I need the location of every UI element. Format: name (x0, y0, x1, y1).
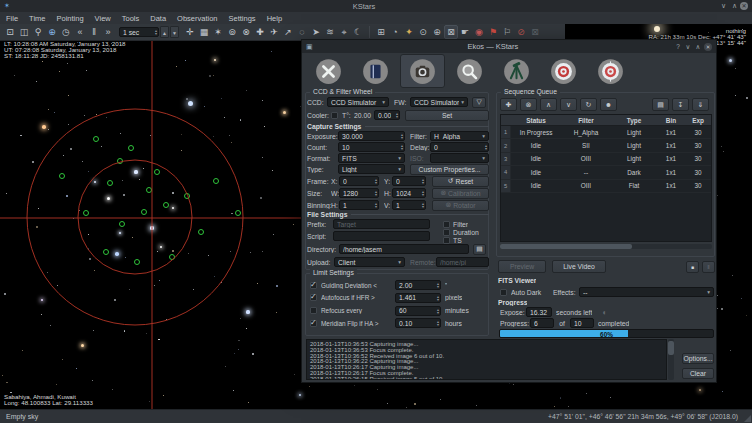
fw-select[interactable]: CCD Simulator (410, 97, 468, 107)
dialog-minimize-button[interactable]: ∨ (683, 43, 693, 51)
menu-data[interactable]: Data (150, 14, 166, 23)
zoom-fit-icon[interactable]: ⊡ (3, 25, 17, 39)
minimize-button[interactable]: ∨ (718, 2, 729, 10)
show-deep-sky-icon[interactable]: ⊗ (239, 25, 253, 39)
horizon-icon[interactable]: ◔ (388, 25, 402, 39)
queue-row[interactable]: 3IdleOIIILight1x130 (501, 153, 711, 166)
exposure-input[interactable]: 30.000 (338, 131, 405, 141)
queue-column-bin[interactable]: Bin (657, 115, 685, 125)
whats-interesting-icon[interactable]: ✦ (402, 25, 416, 39)
tab-capture[interactable] (400, 54, 445, 88)
menu-time[interactable]: Time (29, 14, 45, 23)
pointing-mode-icon[interactable]: ✛ (183, 25, 197, 39)
dialog-help-button[interactable]: ? (673, 43, 683, 50)
time-step-up-icon[interactable]: ▲ (160, 26, 169, 38)
set-geolocation-icon[interactable]: ⊕ (45, 25, 59, 39)
remove-job-icon[interactable]: ⊗ (520, 98, 537, 111)
tab-setup[interactable] (306, 54, 351, 88)
capture-sky-icon[interactable]: ◫ (17, 25, 31, 39)
limit-value-input[interactable]: 2.00 (395, 280, 441, 290)
lock-disabled-icon[interactable]: ⊠ (528, 25, 542, 39)
show-satellites-icon[interactable]: ✈ (267, 25, 281, 39)
limit-value-input[interactable]: 1.461 (395, 293, 441, 303)
prefix-input[interactable]: Target (333, 219, 430, 229)
find-object-icon[interactable]: ⚲ (31, 25, 45, 39)
sky-image-icon[interactable]: ▦ (197, 25, 211, 39)
queue-row[interactable]: 1In ProgressH_AlphaLight1x130 (501, 126, 711, 139)
queue-column-filter[interactable]: Filter (561, 115, 611, 125)
delay-input[interactable]: 0 (430, 142, 489, 152)
show-stars-icon[interactable]: ✶ (211, 25, 225, 39)
limit-checkbox[interactable] (310, 320, 317, 327)
options-button[interactable]: Options... (682, 353, 714, 364)
set-temperature-button[interactable]: Set (405, 110, 489, 121)
move-job-up-icon[interactable]: ∧ (540, 98, 557, 111)
observer-icon[interactable]: ☻ (600, 98, 617, 111)
tab-align[interactable] (541, 54, 586, 88)
queue-hscrollbar[interactable] (500, 244, 712, 249)
limit-value-input[interactable]: 0.10 (395, 318, 441, 328)
reset-frame-button[interactable]: ↺Reset (432, 176, 489, 187)
milky-way-icon[interactable]: ≋ (323, 25, 337, 39)
queue-row[interactable]: 2IdleSIILight1x130 (501, 139, 711, 152)
effects-select[interactable]: -- (579, 287, 714, 297)
upload-select[interactable]: Client (334, 257, 405, 267)
menu-view[interactable]: View (95, 14, 111, 23)
menu-pointing[interactable]: Pointing (56, 14, 83, 23)
telescope-target-icon[interactable]: ⌖ (337, 25, 351, 39)
tab-scheduler[interactable] (353, 54, 398, 88)
size-h-input[interactable]: 1024 (392, 188, 426, 198)
show-solar-system-icon[interactable]: ⊚ (225, 25, 239, 39)
set-time-icon[interactable]: ◷ (59, 25, 73, 39)
script-input[interactable] (333, 231, 430, 241)
coordinate-grid-icon[interactable]: ⊞ (374, 25, 388, 39)
constellation-lines-icon[interactable]: ➤ (309, 25, 323, 39)
dialog-close-button[interactable]: ✕ (704, 43, 712, 51)
clear-button[interactable]: Clear (682, 368, 714, 379)
dialog-titlebar[interactable]: ▣ Ekos — KStars ? ∨ ∧ ✕ (302, 40, 716, 53)
format-select[interactable]: FITS (338, 153, 405, 163)
time-step-input[interactable]: 1 sec (119, 27, 159, 37)
ccd-select[interactable]: CCD Simulator (327, 97, 389, 107)
binning-h-input[interactable]: 1 (339, 200, 379, 210)
limit-checkbox[interactable] (310, 294, 317, 301)
telescope-crosshair-icon[interactable]: ⊕ (430, 25, 444, 39)
dialog-maximize-button[interactable]: ∧ (693, 43, 703, 51)
frame-x-input[interactable]: 0 (339, 176, 379, 186)
limit-checkbox[interactable] (310, 282, 317, 289)
queue-column-exp[interactable]: Exp (685, 115, 711, 125)
resize-grip[interactable] (744, 415, 751, 422)
cooler-checkbox[interactable] (331, 112, 338, 119)
tab-mount[interactable] (494, 54, 539, 88)
tab-guide[interactable] (588, 54, 633, 88)
queue-row[interactable]: 4Idle--Dark1x130 (501, 166, 711, 179)
fov-symbol-icon[interactable]: ✚ (253, 25, 267, 39)
show-comets-icon[interactable]: ↗ (281, 25, 295, 39)
stop-sequence-button[interactable]: ■ (686, 261, 699, 273)
menu-observation[interactable]: Observation (177, 14, 217, 23)
queue-row[interactable]: 5IdleOIIIFlat1x130 (501, 180, 711, 193)
save-sequence-icon[interactable]: ↧ (672, 98, 689, 111)
queue-corner[interactable] (501, 115, 511, 125)
log-view[interactable]: 2018-01-13T10:36:53 Capturing image...20… (306, 339, 667, 380)
directory-input[interactable]: /home/jasem (339, 244, 469, 254)
eyepiece-view-icon[interactable]: ⊙ (416, 25, 430, 39)
menu-settings[interactable]: Settings (229, 14, 256, 23)
time-step-widget[interactable]: 1 sec ▲ ▼ (119, 26, 179, 38)
size-w-input[interactable]: 1280 (339, 188, 379, 198)
filter-select[interactable]: H_Alpha (430, 131, 489, 141)
moon-phase-icon[interactable]: ☾ (351, 25, 365, 39)
binning-v-input[interactable]: 1 (392, 200, 426, 210)
toggle-clock-icon[interactable]: ‖ (87, 25, 101, 39)
log-vscrollbar[interactable] (668, 339, 674, 380)
add-job-icon[interactable]: ✚ (500, 98, 517, 111)
add-flag-icon[interactable]: ⚐ (500, 25, 514, 39)
browse-directory-button[interactable]: ▤ (473, 244, 486, 255)
menu-help[interactable]: Help (267, 14, 282, 23)
auto-dark-checkbox[interactable] (500, 289, 507, 296)
constellation-art-icon[interactable]: ◌ (295, 25, 309, 39)
close-button[interactable]: ✕ (740, 2, 748, 10)
reset-jobs-icon[interactable]: ↻ (580, 98, 597, 111)
time-step-down-icon[interactable]: ▼ (170, 26, 179, 38)
type-select[interactable]: Light (338, 164, 405, 174)
